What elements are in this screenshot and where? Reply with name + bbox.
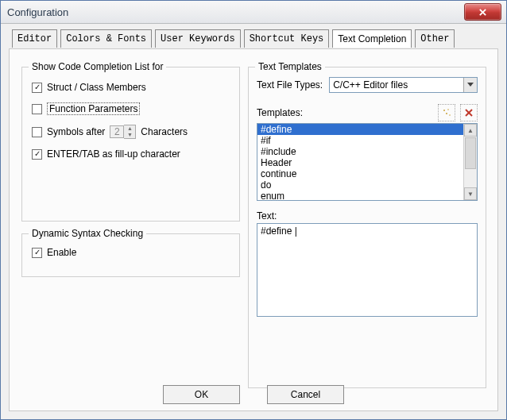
scrollbar[interactable]: ▲ ▼ xyxy=(463,124,477,200)
group-syntax-checking: Dynamic Syntax Checking Enable xyxy=(21,233,240,277)
spinner-input[interactable] xyxy=(110,125,124,138)
chevron-down-icon xyxy=(463,78,477,92)
scroll-up-icon[interactable]: ▲ xyxy=(464,124,477,137)
sparkle-icon xyxy=(442,108,451,118)
list-item[interactable]: Header xyxy=(257,157,477,168)
svg-point-4 xyxy=(447,109,449,110)
checkbox-enter-tab-fillup[interactable] xyxy=(32,149,42,160)
svg-point-6 xyxy=(449,114,451,116)
spinner-symbols-count[interactable]: ▲ ▼ xyxy=(110,125,136,139)
window-title: Configuration xyxy=(7,6,68,18)
list-item[interactable]: #include xyxy=(257,146,477,157)
textarea-content: #define | xyxy=(261,225,297,237)
group-text-templates: Text Templates Text File Types: C/C++ Ed… xyxy=(248,67,486,388)
group-completion-list: Show Code Completion List for Struct / C… xyxy=(21,67,240,222)
tab-strip: Editor Colors & Fonts User Keywords Shor… xyxy=(9,29,498,47)
svg-point-5 xyxy=(446,113,447,114)
label-struct-members: Struct / Class Members xyxy=(47,82,146,93)
label-templates: Templates: xyxy=(257,107,303,118)
titlebar: Configuration xyxy=(1,1,506,24)
tab-other[interactable]: Other xyxy=(415,29,455,48)
close-icon xyxy=(478,8,487,17)
config-dialog: Configuration Editor Colors & Fonts User… xyxy=(0,0,507,420)
ok-button[interactable]: OK xyxy=(163,385,240,404)
combo-file-types[interactable]: C/C++ Editor files xyxy=(329,77,478,93)
label-syntax-enable: Enable xyxy=(47,247,76,258)
group-completion-legend: Show Code Completion List for xyxy=(29,61,166,72)
list-item[interactable]: #if xyxy=(257,135,477,146)
list-item[interactable]: enum xyxy=(257,191,477,201)
tab-shortcut-keys[interactable]: Shortcut Keys xyxy=(244,29,330,48)
tab-user-keywords[interactable]: User Keywords xyxy=(155,29,241,48)
list-item[interactable]: continue xyxy=(257,168,477,179)
scroll-down-icon[interactable]: ▼ xyxy=(464,187,477,200)
listbox-templates[interactable]: #define #if #include Header continue do … xyxy=(257,123,478,201)
spinner-up-icon[interactable]: ▲ xyxy=(124,125,135,132)
combo-file-types-value: C/C++ Editor files xyxy=(333,79,408,91)
tab-editor[interactable]: Editor xyxy=(12,29,57,48)
svg-point-3 xyxy=(443,110,445,111)
svg-marker-2 xyxy=(467,83,474,87)
checkbox-struct-members[interactable] xyxy=(32,83,42,93)
label-enter-tab-fillup: ENTER/TAB as fill-up character xyxy=(47,148,180,160)
tab-colors-fonts[interactable]: Colors & Fonts xyxy=(60,29,152,48)
close-button[interactable] xyxy=(464,3,501,21)
list-item[interactable]: do xyxy=(257,179,477,191)
tab-panel: Show Code Completion List for Struct / C… xyxy=(9,48,498,411)
checkbox-function-parameters[interactable] xyxy=(32,104,42,114)
textarea-template-text[interactable]: #define | xyxy=(257,223,478,317)
label-file-types: Text File Types: xyxy=(257,79,323,91)
label-symbols-after: Characters xyxy=(141,126,188,137)
spinner-down-icon[interactable]: ▼ xyxy=(124,132,135,138)
label-text: Text: xyxy=(249,201,486,223)
list-item[interactable]: #define xyxy=(257,124,477,135)
delete-template-button[interactable] xyxy=(460,104,478,121)
client-area: Editor Colors & Fonts User Keywords Shor… xyxy=(9,29,498,411)
checkbox-symbols-after[interactable] xyxy=(32,127,42,137)
cancel-button[interactable]: Cancel xyxy=(267,385,344,404)
delete-icon xyxy=(464,108,474,118)
dialog-buttons: OK Cancel xyxy=(10,385,497,404)
new-template-button[interactable] xyxy=(438,104,455,121)
label-function-parameters: Function Parameters xyxy=(47,102,140,115)
checkbox-syntax-enable[interactable] xyxy=(32,248,42,258)
tab-text-completion[interactable]: Text Completion xyxy=(332,29,412,48)
label-symbols-before: Symbols after xyxy=(47,126,105,137)
group-syntax-legend: Dynamic Syntax Checking xyxy=(29,228,146,239)
group-templates-legend: Text Templates xyxy=(255,61,325,72)
scroll-thumb[interactable] xyxy=(465,137,476,169)
